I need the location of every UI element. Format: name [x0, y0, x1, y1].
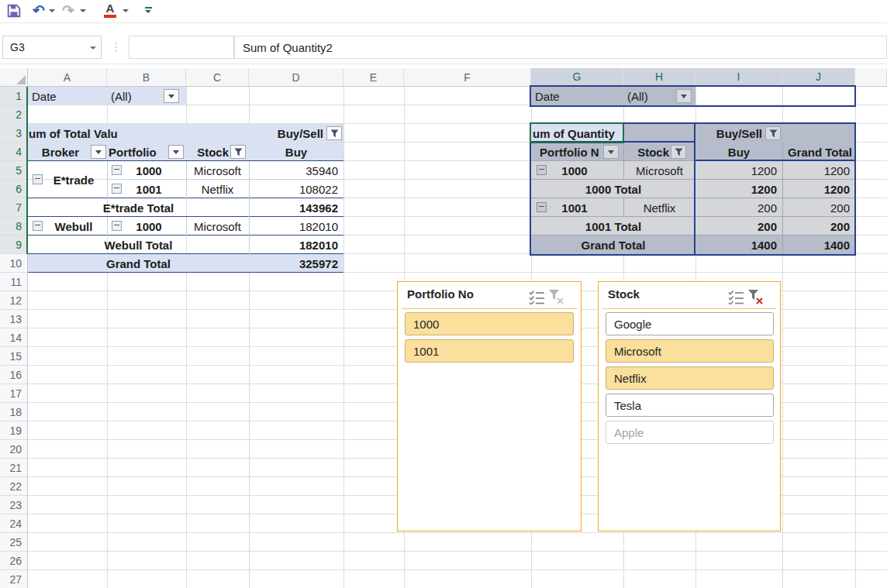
row-header-9[interactable]: 9: [0, 236, 28, 254]
cell-grand-total-buy[interactable]: 1400: [695, 236, 782, 254]
font-color-button[interactable]: A: [102, 2, 118, 19]
customize-qat-button[interactable]: [143, 4, 154, 16]
stock-filter-button[interactable]: [230, 145, 246, 159]
date-filter-dropdown-button-right[interactable]: [676, 89, 692, 103]
cell-webull-total-value[interactable]: 182010: [249, 236, 343, 254]
cell-d3-buysell[interactable]: Buy/Sell: [249, 124, 325, 143]
slicer-item-1000[interactable]: 1000: [405, 312, 574, 335]
cell-buy-1200[interactable]: 1200: [695, 161, 782, 180]
cell-h1-filter-value[interactable]: (All): [623, 87, 673, 105]
clear-filter-button-enabled[interactable]: [746, 288, 765, 305]
cell-a3-pivot-title[interactable]: um of Total Valu: [28, 124, 245, 143]
cell-g3-pivot-title[interactable]: um of Quantity: [531, 124, 623, 143]
broker-dropdown-button[interactable]: [91, 145, 106, 159]
slicer-item-netflix[interactable]: Netflix: [606, 366, 774, 390]
slicer-item-google[interactable]: Google: [606, 312, 774, 335]
collapse-webull-button[interactable]: [33, 221, 43, 231]
header-broker[interactable]: Broker: [31, 143, 90, 161]
undo-button[interactable]: ↶: [31, 1, 47, 19]
cell-grand-1200[interactable]: 1200: [782, 161, 855, 180]
collapse-1000-button[interactable]: [112, 165, 122, 175]
collapse-etrade-button[interactable]: [33, 174, 43, 184]
column-header-C[interactable]: C: [186, 68, 249, 87]
header-portfolio[interactable]: Portfolio: [107, 143, 167, 161]
row-header-7[interactable]: 7: [0, 198, 28, 217]
redo-dropdown-chevron-icon[interactable]: [80, 9, 86, 12]
column-header-B[interactable]: B: [107, 68, 186, 87]
collapse-webull-1000-button[interactable]: [112, 221, 122, 231]
portfolio-dropdown-button[interactable]: [168, 145, 184, 159]
column-header-E[interactable]: E: [343, 68, 404, 87]
header-stock-right[interactable]: Stock: [620, 143, 670, 161]
cell-portfolio-1001[interactable]: 1001: [118, 180, 180, 198]
cell-broker-webull[interactable]: Webull: [43, 217, 105, 236]
slicer-item-apple[interactable]: Apple: [606, 421, 774, 444]
row-header-13[interactable]: 13: [0, 310, 28, 328]
cell-g1-filter-label[interactable]: Date: [531, 87, 609, 105]
row-header-6[interactable]: 6: [0, 180, 28, 198]
column-header-D[interactable]: D: [249, 68, 343, 87]
row-header-11[interactable]: 11: [0, 273, 28, 291]
cell-buy-200[interactable]: 200: [695, 198, 782, 217]
row-header-2[interactable]: 2: [0, 105, 28, 124]
cell-grand-total-label[interactable]: Grand Total: [28, 254, 249, 273]
cell-stock-netflix-right[interactable]: Netflix: [623, 198, 695, 217]
cell-a1-filter-label[interactable]: Date: [28, 87, 105, 105]
font-color-dropdown-chevron-icon[interactable]: [123, 9, 129, 12]
clear-filter-button-disabled[interactable]: [547, 288, 566, 305]
cell-grand-200[interactable]: 200: [782, 198, 855, 217]
cell-b1-filter-value[interactable]: (All): [107, 87, 161, 105]
column-header-F[interactable]: F: [404, 68, 531, 87]
cell-portfolio-1000-right[interactable]: 1000: [544, 161, 605, 180]
cell-1000-total-grand[interactable]: 1200: [782, 180, 855, 198]
column-header-I[interactable]: I: [695, 68, 782, 87]
undo-dropdown-chevron-icon[interactable]: [49, 9, 55, 12]
header-grand-total[interactable]: Grand Total: [782, 143, 855, 161]
cell-grand-total-grand[interactable]: 1400: [782, 236, 855, 254]
date-filter-dropdown-button[interactable]: [164, 89, 179, 103]
cell-buy-182010[interactable]: 182010: [249, 217, 343, 236]
row-header-26[interactable]: 26: [0, 552, 28, 570]
cell-portfolio-1001-right[interactable]: 1001: [544, 198, 605, 217]
select-all-button[interactable]: [0, 68, 28, 87]
cell-1001-total-buy[interactable]: 200: [695, 217, 782, 236]
cell-etrade-total-value[interactable]: 143962: [249, 198, 343, 217]
collapse-1000-button-right[interactable]: [537, 165, 547, 175]
cell-buy-108022[interactable]: 108022: [249, 180, 343, 198]
row-header-21[interactable]: 21: [0, 459, 28, 477]
slicer-item-1001[interactable]: 1001: [405, 339, 574, 363]
cell-stock-microsoft-webull[interactable]: Microsoft: [186, 217, 249, 236]
row-header-23[interactable]: 23: [0, 496, 28, 514]
row-header-16[interactable]: 16: [0, 366, 28, 384]
column-header-H[interactable]: H: [623, 68, 695, 87]
row-header-20[interactable]: 20: [0, 440, 28, 459]
header-stock[interactable]: Stock: [186, 143, 230, 161]
name-box-dropdown-icon[interactable]: [90, 46, 96, 50]
row-header-15[interactable]: 15: [0, 347, 28, 366]
row-header-10[interactable]: 10: [0, 254, 28, 273]
cell-grand-total-value[interactable]: 325972: [249, 254, 343, 273]
header-buy[interactable]: Buy: [249, 143, 343, 161]
cell-1000-total-buy[interactable]: 1200: [695, 180, 782, 198]
column-header-G[interactable]: G: [531, 68, 623, 87]
row-header-5[interactable]: 5: [0, 161, 28, 180]
slicer-item-tesla[interactable]: Tesla: [606, 394, 774, 417]
cell-etrade-total-label[interactable]: E*trade Total: [28, 198, 249, 217]
cell-grand-total-label-right[interactable]: Grand Total: [531, 236, 695, 254]
row-header-24[interactable]: 24: [0, 514, 28, 533]
collapse-1001-button[interactable]: [112, 184, 122, 194]
row-header-12[interactable]: 12: [0, 291, 28, 310]
cell-portfolio-1000-webull[interactable]: 1000: [118, 217, 180, 236]
cell-1001-total-label[interactable]: 1001 Total: [531, 217, 695, 236]
column-header-partial[interactable]: [855, 68, 887, 87]
cell-portfolio-1000[interactable]: 1000: [118, 161, 180, 180]
cell-broker-etrade[interactable]: E*trade: [43, 161, 105, 198]
buysell-filter-button-right[interactable]: [765, 126, 781, 140]
more-options-icon[interactable]: ⋮: [110, 37, 119, 57]
cell-stock-netflix[interactable]: Netflix: [186, 180, 249, 198]
header-buy-right[interactable]: Buy: [695, 143, 782, 161]
row-header-3[interactable]: 3: [0, 124, 28, 143]
portfolio-no-dropdown-button[interactable]: [603, 145, 619, 159]
cell-i3-buysell[interactable]: Buy/Sell: [695, 124, 764, 143]
row-header-8[interactable]: 8: [0, 217, 28, 236]
